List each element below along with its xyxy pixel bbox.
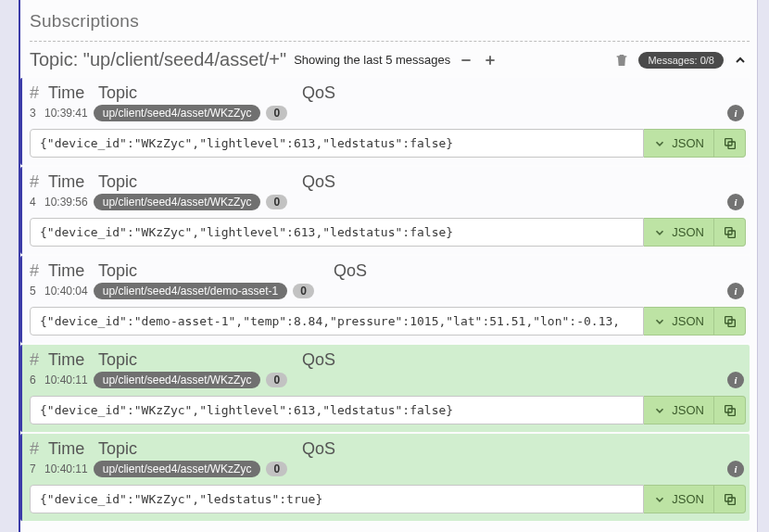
message-block: #TimeTopicQoS510:40:04up/client/seed4/as… [20,256,750,343]
copy-icon [723,225,737,240]
copy-button[interactable] [714,218,746,247]
msg-time: 10:40:11 [44,462,88,475]
msg-index: 6 [30,374,39,386]
json-label: JSON [672,225,704,239]
chevron-down-icon [653,493,666,506]
chevron-down-icon [653,315,666,328]
json-expand-button[interactable]: JSON [644,396,714,424]
minus-button[interactable] [458,52,474,69]
msg-qos-pill: 0 [266,195,287,209]
copy-icon [723,403,737,418]
msg-qos-pill: 0 [266,462,287,476]
chevron-down-icon [653,404,666,417]
json-label: JSON [672,136,704,150]
divider [30,41,750,42]
col-qos: QoS [302,172,335,192]
copy-button[interactable] [714,307,746,336]
msg-qos-pill: 0 [293,284,314,298]
col-time: Time [48,261,89,281]
chevron-down-icon [653,226,666,239]
msg-index: 4 [30,196,39,209]
col-time: Time [48,439,89,459]
msg-time: 10:40:04 [44,285,88,298]
col-hash: # [30,172,39,192]
col-topic: Topic [98,172,137,192]
msg-qos-pill: 0 [266,373,287,387]
json-expand-button[interactable]: JSON [644,129,714,158]
info-icon[interactable]: i [727,283,744,299]
msg-time: 10:39:56 [44,196,88,209]
payload-text: {"device_id":"WKzZyc","ledstatus":true} [30,485,644,513]
col-hash: # [30,83,39,103]
copy-icon [723,492,737,507]
col-time: Time [48,83,89,103]
msg-topic-pill: up/client/seed4/asset/WKzZyc [94,105,261,121]
msg-qos-pill: 0 [266,106,287,120]
chevron-down-icon [653,137,666,150]
json-expand-button[interactable]: JSON [644,307,714,336]
info-icon[interactable]: i [727,194,744,210]
copy-button[interactable] [714,129,746,158]
col-qos: QoS [302,439,335,459]
plus-button[interactable] [482,52,498,69]
json-expand-button[interactable]: JSON [644,485,714,513]
col-hash: # [30,350,39,370]
info-icon[interactable]: i [727,461,744,477]
minus-icon [460,54,473,67]
section-title: Subscriptions [30,11,750,32]
msg-index: 7 [30,462,39,475]
payload-text: {"device_id":"WKzZyc","lightlevel":613,"… [30,396,644,424]
payload-text: {"device_id":"WKzZyc","lightlevel":613,"… [30,218,644,247]
copy-button[interactable] [714,396,746,424]
msg-topic-pill: up/client/seed4/asset/WKzZyc [94,194,261,210]
msg-index: 5 [30,285,39,298]
chevron-up-icon [733,53,748,68]
collapse-button[interactable] [731,51,750,70]
col-topic: Topic [98,261,137,281]
copy-icon [723,136,737,151]
message-block: #TimeTopicQoS310:39:41up/client/seed4/as… [20,78,750,165]
payload-text: {"device_id":"demo-asset-1","temp":8.84,… [30,307,644,336]
col-qos: QoS [302,83,335,103]
copy-icon [723,314,737,329]
info-icon[interactable]: i [727,105,744,121]
message-block: #TimeTopicQoS610:40:11up/client/seed4/as… [20,345,750,432]
json-label: JSON [672,403,704,417]
trash-icon [614,52,629,69]
msg-time: 10:39:41 [44,107,88,120]
msg-topic-pill: up/client/seed4/asset/demo-asset-1 [94,283,287,299]
col-time: Time [48,350,89,370]
msg-topic-pill: up/client/seed4/asset/WKzZyc [94,372,261,388]
col-qos: QoS [302,350,335,370]
col-qos: QoS [334,261,367,281]
col-topic: Topic [98,350,137,370]
col-hash: # [30,261,39,281]
message-block: #TimeTopicQoS410:39:56up/client/seed4/as… [20,167,750,254]
trash-button[interactable] [612,50,631,70]
col-time: Time [48,172,89,192]
col-hash: # [30,439,39,459]
msg-topic-pill: up/client/seed4/asset/WKzZyc [94,461,261,477]
copy-button[interactable] [714,485,746,513]
json-expand-button[interactable]: JSON [644,218,714,247]
msg-time: 10:40:11 [44,374,88,386]
json-label: JSON [672,492,704,506]
showing-last-label: Showing the last 5 messages [294,53,450,67]
messages-badge: Messages: 0/8 [638,52,724,69]
col-topic: Topic [98,83,137,103]
msg-index: 3 [30,107,39,120]
plus-icon [484,54,497,67]
message-block: #TimeTopicQoS710:40:11up/client/seed4/as… [20,434,750,521]
topic-label: Topic: "up/client/seed4/asset/+" [30,49,286,70]
col-topic: Topic [98,439,137,459]
json-label: JSON [672,314,704,328]
info-icon[interactable]: i [727,372,744,388]
payload-text: {"device_id":"WKzZyc","lightlevel":613,"… [30,129,644,158]
